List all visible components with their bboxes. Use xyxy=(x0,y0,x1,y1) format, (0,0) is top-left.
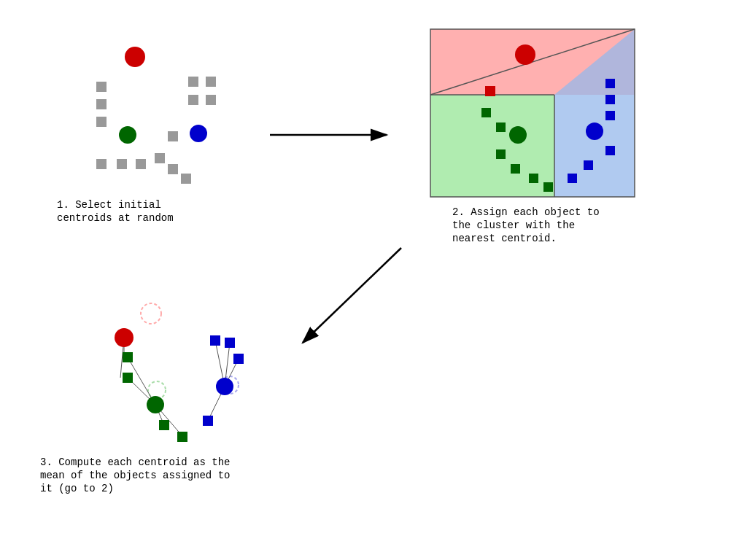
point xyxy=(96,99,107,109)
line-g4 xyxy=(155,405,182,436)
point xyxy=(188,77,198,87)
new-centroid-green xyxy=(147,396,164,413)
line-g1 xyxy=(128,357,155,405)
sq3-blue3 xyxy=(233,354,244,364)
line-r2 xyxy=(120,338,124,378)
sq-blue5 xyxy=(584,160,593,170)
region-red xyxy=(430,29,635,95)
line-g3 xyxy=(155,405,164,425)
point xyxy=(96,117,107,127)
sq-green3 xyxy=(496,149,506,159)
sq3-green4 xyxy=(177,432,187,442)
region-divider-1 xyxy=(430,29,635,95)
point xyxy=(168,131,178,141)
sq3-blue4 xyxy=(203,416,213,426)
point xyxy=(206,77,216,87)
point xyxy=(96,82,107,92)
old-centroid-green-ghost xyxy=(148,381,166,399)
sq-blue4 xyxy=(605,146,615,155)
sq-blue1 xyxy=(605,79,615,88)
centroid-blue-p1 xyxy=(190,125,207,142)
point xyxy=(188,95,198,105)
sq-blue3 xyxy=(605,111,615,120)
sq3-blue2 xyxy=(225,338,235,348)
sq-red1 xyxy=(485,86,495,96)
region-blue xyxy=(554,29,635,197)
label-step3c: it (go to 2) xyxy=(40,483,114,494)
line-b2 xyxy=(225,343,230,386)
sq-green1 xyxy=(481,108,491,117)
sq3-green1 xyxy=(123,352,133,362)
sq-green2 xyxy=(496,122,506,132)
sq-green4 xyxy=(511,164,520,174)
label-step3a: 3. Compute each centroid as the xyxy=(40,456,230,468)
label-step3b: mean of the objects assigned to xyxy=(40,470,230,481)
sq3-green2 xyxy=(123,373,133,383)
line-b3 xyxy=(225,357,239,386)
new-centroid-blue xyxy=(216,378,233,395)
line-g2 xyxy=(128,378,155,405)
centroid-blue-p2 xyxy=(586,122,603,140)
panel2-border xyxy=(430,29,635,197)
point xyxy=(155,153,165,163)
point xyxy=(181,174,191,184)
point xyxy=(117,159,127,169)
label-step2c: nearest centroid. xyxy=(452,233,557,244)
arrow-diagonal xyxy=(303,248,401,343)
point xyxy=(136,159,146,169)
label-step1: 1. Select initial xyxy=(57,199,161,211)
point xyxy=(96,159,107,169)
line-b1 xyxy=(215,341,225,386)
label-step2a: 2. Assign each object to xyxy=(452,206,600,218)
new-centroid-red xyxy=(115,328,133,347)
sq-green5 xyxy=(529,174,538,183)
sq-blue2 xyxy=(605,95,615,104)
centroid-red-p1 xyxy=(125,47,145,67)
sq3-blue1 xyxy=(210,335,220,346)
point xyxy=(206,95,216,105)
centroid-red-p2 xyxy=(515,44,535,65)
sq-blue6 xyxy=(568,174,577,183)
sq-green6 xyxy=(543,182,553,192)
line-b4 xyxy=(208,386,225,421)
diagram-svg: 1. Select initial centroids at random xyxy=(0,0,747,560)
old-centroid-red-ghost xyxy=(141,303,161,324)
centroid-green-p1 xyxy=(119,126,136,144)
centroid-green-p2 xyxy=(509,126,527,144)
sq3-green3 xyxy=(159,420,169,430)
scene: 1. Select initial centroids at random xyxy=(0,0,747,560)
label-step2b: the cluster with the xyxy=(452,219,575,231)
old-centroid-blue-ghost xyxy=(221,376,239,394)
label-step1b: centroids at random xyxy=(57,212,174,224)
point xyxy=(168,164,178,174)
region-green xyxy=(430,95,554,197)
